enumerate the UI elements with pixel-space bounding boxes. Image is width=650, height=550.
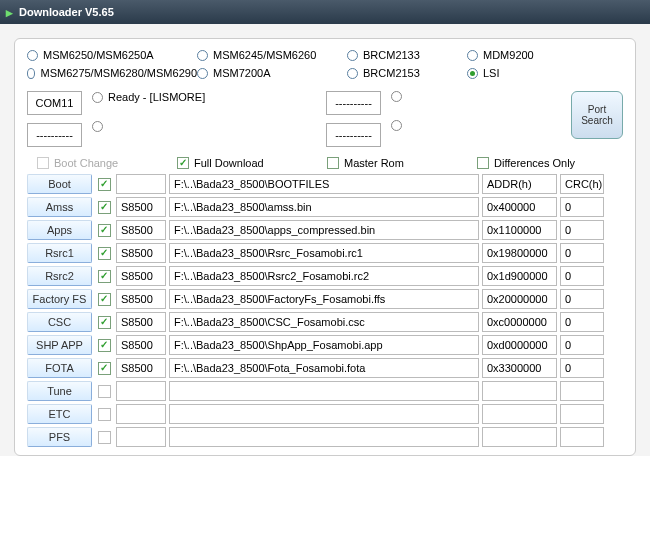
differences-only-label: Differences Only [494, 157, 575, 169]
file-enable-checkbox[interactable] [98, 408, 111, 421]
port-d-indicator-icon [391, 120, 402, 131]
file-enable-checkbox[interactable] [98, 224, 111, 237]
file-select-button[interactable]: PFS [27, 427, 92, 447]
file-select-button[interactable]: Tune [27, 381, 92, 401]
file-path-cell: F:\..\Bada23_8500\apps_compressed.bin [169, 220, 479, 240]
file-row: Factory FSS8500F:\..\Bada23_8500\Factory… [27, 289, 623, 309]
full-download-checkbox[interactable] [177, 157, 189, 169]
chipset-msm6275[interactable]: MSM6275/MSM6280/MSM6290 [27, 67, 197, 79]
file-enable-checkbox[interactable] [98, 247, 111, 260]
boot-change-label: Boot Change [54, 157, 118, 169]
chipset-msm7200a[interactable]: MSM7200A [197, 67, 347, 79]
file-select-button[interactable]: CSC [27, 312, 92, 332]
radio-label: MSM7200A [213, 67, 270, 79]
file-crc-cell: 0 [560, 243, 604, 263]
radio-label: MSM6275/MSM6280/MSM6290 [40, 67, 197, 79]
file-crc-cell [560, 427, 604, 447]
file-addr-cell: 0x400000 [482, 197, 557, 217]
file-enable-checkbox[interactable] [98, 339, 111, 352]
chipset-msm6250[interactable]: MSM6250/MSM6250A [27, 49, 197, 61]
file-path-cell: F:\..\Bada23_8500\CSC_Fosamobi.csc [169, 312, 479, 332]
chipset-mdm9200[interactable]: MDM9200 [467, 49, 587, 61]
file-enable-checkbox[interactable] [98, 316, 111, 329]
file-select-button[interactable]: Apps [27, 220, 92, 240]
file-addr-cell [482, 404, 557, 424]
file-row: PFS [27, 427, 623, 447]
file-addr-cell: 0x19800000 [482, 243, 557, 263]
file-select-button[interactable]: Rsrc2 [27, 266, 92, 286]
file-select-button[interactable]: Amss [27, 197, 92, 217]
radio-label: MDM9200 [483, 49, 534, 61]
differences-only-checkbox[interactable] [477, 157, 489, 169]
port-search-button[interactable]: Port Search [571, 91, 623, 139]
port-b-select[interactable]: ---------- [27, 123, 82, 147]
file-enable-checkbox[interactable] [98, 201, 111, 214]
file-select-button[interactable]: Rsrc1 [27, 243, 92, 263]
file-row: AppsS8500F:\..\Bada23_8500\apps_compress… [27, 220, 623, 240]
file-select-button[interactable]: FOTA [27, 358, 92, 378]
boot-change-checkbox[interactable] [37, 157, 49, 169]
file-enable-checkbox[interactable] [98, 385, 111, 398]
file-model-cell: S8500 [116, 358, 166, 378]
file-model-cell: S8500 [116, 266, 166, 286]
file-row: CSCS8500F:\..\Bada23_8500\CSC_Fosamobi.c… [27, 312, 623, 332]
file-model-cell: S8500 [116, 312, 166, 332]
file-row: FOTAS8500F:\..\Bada23_8500\Fota_Fosamobi… [27, 358, 623, 378]
file-enable-checkbox[interactable] [98, 178, 111, 191]
port-c-select[interactable]: ---------- [326, 91, 381, 115]
full-download-label: Full Download [194, 157, 264, 169]
file-model-cell [116, 404, 166, 424]
file-addr-cell: 0x1d900000 [482, 266, 557, 286]
file-enable-checkbox[interactable] [98, 270, 111, 283]
master-rom-checkbox[interactable] [327, 157, 339, 169]
file-enable-checkbox[interactable] [98, 431, 111, 444]
options-row: Boot Change Full Download Master Rom Dif… [27, 157, 623, 169]
file-path-cell: F:\..\Bada23_8500\amss.bin [169, 197, 479, 217]
chipset-brcm2133[interactable]: BRCM2133 [347, 49, 467, 61]
port-a-indicator-icon [92, 92, 103, 103]
file-model-cell: S8500 [116, 335, 166, 355]
chipset-msm6245[interactable]: MSM6245/MSM6260 [197, 49, 347, 61]
file-row: ETC [27, 404, 623, 424]
file-addr-cell [482, 381, 557, 401]
file-enable-checkbox[interactable] [98, 362, 111, 375]
file-addr-cell: 0x20000000 [482, 289, 557, 309]
file-crc-cell: 0 [560, 220, 604, 240]
port-section: COM11 ---------- Ready - [LISMORE] -----… [27, 91, 623, 147]
file-select-button[interactable]: Factory FS [27, 289, 92, 309]
file-path-cell: F:\..\Bada23_8500\Rsrc_Fosamobi.rc1 [169, 243, 479, 263]
title-bar: ▸ Downloader V5.65 [0, 0, 650, 24]
port-c-indicator-icon [391, 91, 402, 102]
radio-label: BRCM2133 [363, 49, 420, 61]
file-enable-checkbox[interactable] [98, 293, 111, 306]
file-model-cell: S8500 [116, 243, 166, 263]
master-rom-label: Master Rom [344, 157, 404, 169]
file-select-button[interactable]: ETC [27, 404, 92, 424]
file-select-button[interactable]: Boot [27, 174, 92, 194]
file-crc-cell: 0 [560, 266, 604, 286]
file-addr-cell: 0xd0000000 [482, 335, 557, 355]
file-path-cell: F:\..\Bada23_8500\FactoryFs_Fosamobi.ffs [169, 289, 479, 309]
file-path-cell [169, 381, 479, 401]
app-arrow-icon: ▸ [6, 5, 13, 20]
file-path-cell: F:\..\Bada23_8500\BOOTFILES [169, 174, 479, 194]
port-a-select[interactable]: COM11 [27, 91, 82, 115]
file-model-cell [116, 174, 166, 194]
file-crc-cell: CRC(h) [560, 174, 604, 194]
window-body: MSM6250/MSM6250A MSM6245/MSM6260 BRCM213… [0, 24, 650, 456]
port-d-select[interactable]: ---------- [326, 123, 381, 147]
file-crc-cell: 0 [560, 312, 604, 332]
file-path-cell: F:\..\Bada23_8500\Rsrc2_Fosamobi.rc2 [169, 266, 479, 286]
file-rows-container: BootF:\..\Bada23_8500\BOOTFILESADDR(h)CR… [27, 174, 623, 447]
file-addr-cell: ADDR(h) [482, 174, 557, 194]
file-path-cell [169, 404, 479, 424]
chipset-brcm2153[interactable]: BRCM2153 [347, 67, 467, 79]
file-model-cell: S8500 [116, 289, 166, 309]
file-select-button[interactable]: SHP APP [27, 335, 92, 355]
window-title: Downloader V5.65 [19, 6, 114, 18]
file-row: Tune [27, 381, 623, 401]
chipset-lsi[interactable]: LSI [467, 67, 587, 79]
file-model-cell [116, 381, 166, 401]
radio-label: MSM6245/MSM6260 [213, 49, 316, 61]
file-row: AmssS8500F:\..\Bada23_8500\amss.bin0x400… [27, 197, 623, 217]
